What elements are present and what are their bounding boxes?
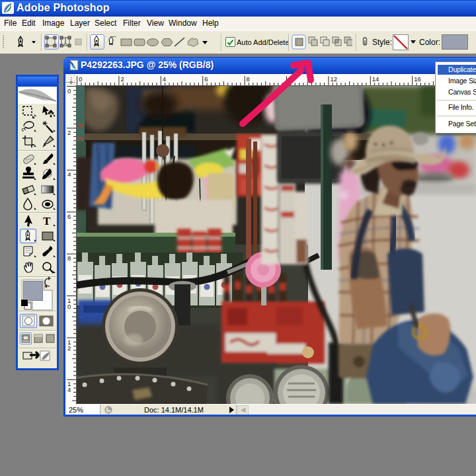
- svg-text:6: 6: [204, 75, 208, 83]
- svg-text:8: 8: [67, 255, 71, 262]
- svg-text:4: 4: [67, 386, 71, 393]
- svg-text:2: 2: [67, 344, 71, 352]
- svg-text:2: 2: [67, 129, 71, 136]
- svg-text:10: 10: [288, 75, 296, 83]
- svg-text:12: 12: [330, 75, 337, 83]
- svg-text:4: 4: [67, 171, 71, 178]
- svg-text:0: 0: [79, 75, 82, 83]
- svg-text:14: 14: [372, 75, 379, 83]
- svg-text:0: 0: [67, 303, 71, 310]
- svg-text:16: 16: [414, 75, 421, 83]
- svg-text:6: 6: [67, 213, 71, 220]
- svg-text:8: 8: [247, 75, 250, 83]
- svg-text:0: 0: [67, 87, 71, 95]
- svg-text:2: 2: [120, 75, 124, 83]
- svg-text:T: T: [43, 215, 51, 227]
- svg-text:4: 4: [163, 75, 166, 83]
